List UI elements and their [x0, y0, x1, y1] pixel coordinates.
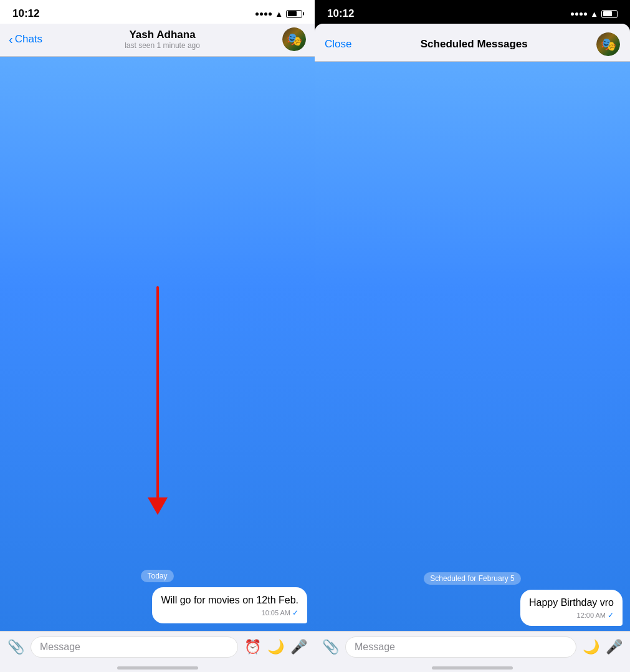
message-check-icon: ✓: [292, 608, 298, 617]
right-status-bar: 10:12 ▲: [315, 0, 630, 24]
signal-dots-icon: [255, 12, 272, 16]
right-input-placeholder: Message: [355, 641, 395, 652]
close-button[interactable]: Close: [325, 38, 351, 50]
voice-icon[interactable]: 🎤: [290, 639, 307, 655]
message-text: Will go for movies on 12th Feb.: [161, 595, 298, 605]
scheduled-message-text: Happy Birthday vro: [529, 597, 614, 608]
scheduled-chat-area: Scheduled for February 5 Happy Birthday …: [315, 62, 630, 631]
date-badge-text: Today: [141, 570, 173, 582]
scheduled-check-icon: ✓: [608, 611, 614, 620]
right-input-bar: 📎 Message 🌙 🎤: [315, 631, 630, 663]
right-home-bar: [432, 666, 513, 670]
date-badge: Today: [7, 570, 307, 582]
red-arrow-annotation: [148, 286, 168, 515]
avatar[interactable]: 🎭: [282, 27, 306, 51]
nav-title: Yash Adhana: [129, 29, 195, 41]
avatar-image: 🎭: [282, 27, 306, 51]
home-bar: [117, 666, 198, 670]
modal-nav: Close Scheduled Messages 🎭: [315, 24, 630, 62]
arrow-head: [148, 497, 168, 515]
right-avatar-image: 🎭: [596, 32, 620, 56]
chevron-left-icon: ‹: [9, 32, 13, 47]
nav-subtitle: last seen 1 minute ago: [125, 41, 200, 50]
scheduled-message-bubble: Happy Birthday vro 12:00 AM ✓: [520, 590, 623, 626]
left-chat-area: Today Will go for movies on 12th Feb. 10…: [0, 57, 315, 631]
battery-icon: [286, 10, 302, 18]
scheduled-badge-text: Scheduled for February 5: [424, 572, 520, 585]
left-status-time: 10:12: [12, 7, 39, 20]
left-status-icons: ▲: [255, 9, 302, 19]
right-moon-icon[interactable]: 🌙: [583, 639, 599, 655]
left-nav-bar: ‹ Chats Yash Adhana last seen 1 minute a…: [0, 24, 315, 57]
right-home-indicator: [315, 663, 630, 672]
left-message-input[interactable]: Message: [31, 636, 238, 658]
back-button[interactable]: ‹ Chats: [9, 32, 42, 47]
moon-icon[interactable]: 🌙: [267, 639, 284, 655]
right-attach-icon[interactable]: 📎: [322, 639, 339, 655]
message-bubble: Will go for movies on 12th Feb. 10:05 AM…: [152, 587, 307, 623]
right-status-time: 10:12: [327, 7, 354, 20]
schedule-icon[interactable]: ⏰: [244, 639, 261, 655]
right-message-input[interactable]: Message: [345, 636, 576, 658]
nav-center: Yash Adhana last seen 1 minute ago: [125, 29, 200, 50]
left-input-bar: 📎 Message ⏰ 🌙 🎤: [0, 631, 315, 663]
scheduled-badge: Scheduled for February 5: [322, 572, 623, 585]
attach-icon[interactable]: 📎: [7, 639, 24, 655]
left-status-bar: 10:12 ▲: [0, 0, 315, 24]
scheduled-message-time: 12:00 AM: [577, 612, 606, 619]
message-time: 10:05 AM: [262, 609, 290, 617]
right-phone: 10:12 ▲ Close Scheduled Messages 🎭: [315, 0, 630, 672]
scheduled-messages-modal: Close Scheduled Messages 🎭 Scheduled for…: [315, 24, 630, 672]
right-wifi-icon: ▲: [590, 9, 598, 19]
scheduled-message-meta: 12:00 AM ✓: [529, 611, 614, 620]
left-home-indicator: [0, 663, 315, 672]
message-meta: 10:05 AM ✓: [161, 608, 298, 617]
back-label[interactable]: Chats: [15, 33, 42, 46]
right-voice-icon[interactable]: 🎤: [606, 639, 623, 655]
left-input-placeholder: Message: [40, 641, 80, 652]
right-signal-dots-icon: [571, 12, 587, 16]
modal-title: Scheduled Messages: [421, 38, 528, 50]
right-avatar[interactable]: 🎭: [596, 32, 620, 56]
right-status-icons: ▲: [571, 9, 618, 19]
left-phone: 10:12 ▲ ‹ Chats Yash Adhana last seen 1 …: [0, 0, 315, 672]
arrow-line: [156, 286, 159, 498]
right-battery-icon: [601, 10, 618, 18]
wifi-icon: ▲: [275, 9, 283, 19]
